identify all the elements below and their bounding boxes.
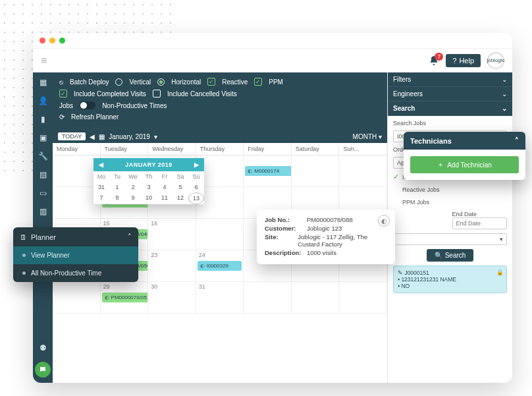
brand-logo[interactable]: joblogic	[487, 52, 504, 69]
chart-icon[interactable]: ▮	[41, 115, 45, 124]
technicians-header[interactable]: Technicians ˄	[404, 132, 525, 150]
picker-dow: Th	[141, 171, 157, 182]
menu-icon[interactable]: ≡	[41, 55, 47, 67]
picker-day[interactable]: 10	[141, 192, 157, 204]
picker-day[interactable]: 1	[109, 182, 125, 192]
search-accordion[interactable]: Search ⌄	[388, 101, 512, 116]
picker-day[interactable]: 5	[173, 182, 188, 192]
picker-day[interactable]: 2	[125, 182, 141, 192]
jobs-toggle[interactable]	[80, 101, 95, 109]
help-button[interactable]: ? Help	[446, 54, 481, 67]
month-dropdown-icon[interactable]: ▾	[154, 133, 157, 140]
search-result-card[interactable]: 🔒 ✎ J0000151 ▪ 123121231231 NAME ▪ NO	[393, 266, 507, 293]
deploy-icon: ⎋	[59, 78, 63, 86]
chevron-down-icon: ⌄	[502, 90, 507, 98]
ppm-jobs-checkbox[interactable]: ✓ PPM Jobs	[393, 198, 507, 206]
add-technician-label: Add Technician	[447, 161, 492, 169]
planner-item-view[interactable]: View Planner	[13, 246, 138, 264]
wrench-icon[interactable]: 🔧	[38, 152, 48, 161]
horizontal-radio[interactable]	[157, 78, 165, 86]
refresh-icon: ⟳	[59, 113, 65, 121]
completed-checkbox[interactable]: ✓	[59, 90, 67, 98]
picker-day[interactable]: 3	[141, 182, 157, 192]
dashboard-icon[interactable]: ▦	[40, 78, 47, 87]
reactive-jobs-label: Reactive Jobs	[402, 186, 440, 193]
card-icon[interactable]: ▭	[40, 188, 47, 198]
people-icon[interactable]: ⚉	[40, 343, 47, 353]
check-icon: ✓	[393, 173, 399, 181]
month-label[interactable]: January, 2019	[109, 133, 150, 140]
event-label: PM0000078/051	[111, 295, 149, 300]
planner-header[interactable]: 🗓 Planner ˄	[13, 227, 138, 246]
ppm-checkbox[interactable]: ✓	[254, 78, 262, 86]
planner-item-nonprod[interactable]: All Non-Productive Time	[13, 264, 138, 282]
box-icon[interactable]: ▣	[40, 133, 47, 142]
picker-day[interactable]: 11	[157, 192, 173, 204]
today-button[interactable]: TODAY	[58, 132, 86, 140]
refresh-planner-link[interactable]: Refresh Planner	[71, 113, 119, 121]
engineers-accordion[interactable]: Engineers ⌄	[388, 87, 512, 101]
calendar-small-icon[interactable]: ▦	[99, 133, 105, 140]
end-date-input[interactable]	[452, 217, 508, 229]
planner-item-label: View Planner	[31, 252, 70, 259]
picker-dow: Mo	[93, 171, 109, 182]
calendar-event[interactable]: ◐ M0000174	[245, 166, 292, 176]
picker-day[interactable]: 8	[109, 192, 125, 204]
picker-day[interactable]: 31	[93, 182, 109, 192]
calendar-nav-bar: TODAY ◀ ▦ January, 2019 ▾ MONTH ▾	[53, 130, 387, 143]
day-number: 24	[199, 252, 205, 258]
reactive-checkbox[interactable]: ✓	[207, 78, 215, 86]
tip-val: 1000 visits	[307, 249, 336, 256]
extra-select[interactable]: ▾	[393, 233, 507, 245]
picker-day[interactable]: 7	[93, 192, 109, 204]
notifications-icon[interactable]: 7	[429, 55, 439, 66]
search-button[interactable]: 🔍 Search	[427, 249, 474, 262]
vertical-radio[interactable]	[115, 78, 122, 86]
clipboard-icon[interactable]: ▤	[40, 170, 47, 179]
chevron-up-icon: ˄	[515, 136, 519, 145]
notification-badge: 7	[435, 53, 443, 61]
calendar-day-header: Monday Tuesday Wednesday Thursday Friday…	[53, 143, 387, 156]
close-dot-icon[interactable]	[40, 38, 45, 43]
picker-day[interactable]: 9	[125, 192, 141, 204]
chat-button[interactable]	[35, 362, 51, 378]
picker-day[interactable]: 12	[173, 192, 188, 204]
date-picker-popup: ◀ JANUARY 2019 ▶ Mo Tu We Th Fr Sa Su 31…	[93, 158, 204, 204]
jobs-label: Jobs	[59, 102, 73, 109]
tip-key: Site:	[265, 233, 295, 248]
day-col: Tuesday	[101, 143, 149, 155]
calendar-event[interactable]: ◐ PM0000078/051	[102, 293, 149, 302]
add-technician-button[interactable]: ＋ Add Technician	[410, 156, 519, 173]
picker-dow: Sa	[173, 171, 188, 182]
cancelled-checkbox[interactable]	[153, 90, 161, 98]
planner-title: Planner	[31, 233, 56, 241]
prev-month-icon[interactable]: ◀	[90, 133, 95, 140]
end-date-label: End Date	[452, 211, 477, 217]
app-window: ≡ 7 ? Help joblogic ▦ 👤 ▮ ▣ 🔧 ▤ ▭ ▥ ▯ ↪	[33, 33, 512, 383]
question-icon: ?	[452, 57, 456, 65]
picker-prev-icon[interactable]: ◀	[99, 161, 104, 168]
tip-key: Description:	[265, 249, 304, 256]
batch-deploy-label[interactable]: Batch Deploy	[70, 78, 109, 86]
calendar-event[interactable]: ◐ I0000329	[198, 261, 242, 271]
window-titlebar	[33, 33, 512, 49]
minimize-dot-icon[interactable]	[49, 38, 55, 43]
filters-accordion[interactable]: Filters ⌄	[388, 72, 512, 87]
zoom-dot-icon[interactable]	[59, 38, 65, 43]
picker-next-icon[interactable]: ▶	[194, 161, 200, 168]
ppm-label: PPM	[269, 78, 283, 86]
view-dropdown-icon[interactable]: ▾	[379, 133, 382, 140]
view-label[interactable]: MONTH	[353, 133, 377, 140]
picker-day[interactable]: 4	[157, 182, 173, 192]
calendar-icon[interactable]: ▥	[40, 207, 47, 216]
user-icon[interactable]: 👤	[38, 96, 48, 105]
search-button-label: Search	[445, 252, 466, 259]
day-number: 15	[103, 220, 110, 227]
picker-day[interactable]: 6	[188, 182, 204, 192]
reactive-jobs-checkbox[interactable]: ✓ Reactive Jobs	[393, 185, 507, 194]
day-col: Saturday	[292, 143, 340, 155]
picker-day-today[interactable]: 13	[188, 192, 204, 204]
result-status: NO	[401, 283, 410, 289]
day-number: 30	[151, 283, 157, 290]
tip-key: Customer:	[265, 225, 304, 232]
